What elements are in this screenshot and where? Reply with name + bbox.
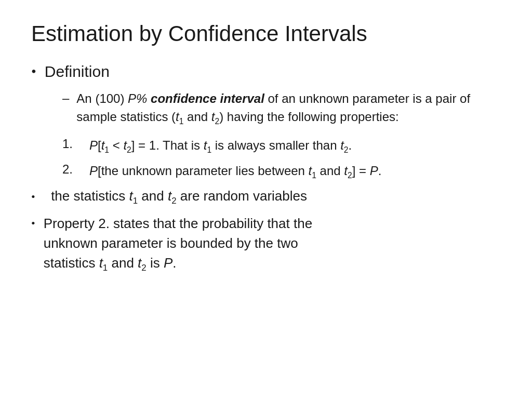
bottom-bullet-2-text: Property 2. states that the probability …	[44, 214, 312, 273]
num-label-2: 2.	[62, 162, 77, 177]
sub-dash: –	[62, 91, 69, 105]
bullet-dot-1: •	[31, 190, 35, 205]
bottom-bullet-1: • the statistics t1 and t2 are random va…	[31, 188, 501, 205]
definition-sub-item: – An (100) P% confidence interval of an …	[62, 90, 501, 126]
content-area: • Definition – An (100) P% confidence in…	[31, 61, 501, 378]
slide-title: Estimation by Confidence Intervals	[31, 21, 501, 47]
num-text-2: P[the unknown parameter lies between t1 …	[89, 162, 381, 180]
bullet-dot-2: •	[31, 216, 35, 231]
bottom-bullet-1-text: the statistics t1 and t2 are random vari…	[44, 188, 307, 205]
num-label-1: 1.	[62, 137, 77, 151]
numbered-list: 1. P[t1 < t2] = 1. That is t1 is always …	[62, 137, 501, 180]
slide: Estimation by Confidence Intervals • Def…	[0, 0, 532, 399]
bottom-bullets: • the statistics t1 and t2 are random va…	[31, 188, 501, 277]
definition-label: Definition	[45, 61, 110, 82]
num-text-1: P[t1 < t2] = 1. That is t1 is always sma…	[89, 137, 352, 155]
bottom-bullet-2: • Property 2. states that the probabilit…	[31, 214, 501, 273]
definition-bullet: • Definition	[31, 61, 501, 82]
definition-sub-text: An (100) P% confidence interval of an un…	[76, 90, 501, 126]
bullet-dot-definition: •	[31, 62, 36, 81]
definition-sub-bullet: – An (100) P% confidence interval of an …	[62, 90, 501, 126]
numbered-item-2: 2. P[the unknown parameter lies between …	[62, 162, 501, 180]
numbered-item-1: 1. P[t1 < t2] = 1. That is t1 is always …	[62, 137, 501, 155]
